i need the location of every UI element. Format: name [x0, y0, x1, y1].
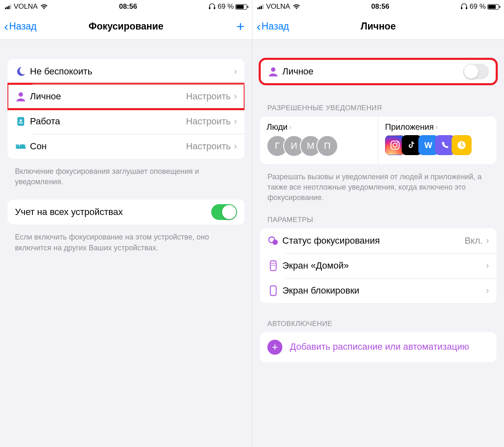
row-detail: Вкл.: [464, 235, 483, 246]
row-label: Статус фокусирования: [282, 235, 464, 246]
section-header: ПАРАМЕТРЫ: [260, 216, 497, 228]
section-header: РАЗРЕШЕННЫЕ УВЕДОМЛЕНИЯ: [260, 104, 497, 116]
svg-rect-7: [16, 144, 17, 148]
signal-icon: [257, 4, 264, 9]
focus-detail-screen: VOLNA 08:56 69 % ‹ Назад Личное Личное Р…: [252, 0, 504, 447]
add-schedule-row[interactable]: + Добавить расписание или автоматизацию: [260, 332, 497, 362]
battery-pct-label: 69 %: [217, 2, 234, 11]
svg-rect-5: [19, 122, 22, 123]
toggle-label: Личное: [282, 66, 463, 77]
row-label: Сон: [30, 141, 186, 152]
row-label: Не беспокоить: [30, 66, 234, 77]
focus-row-dnd[interactable]: Не беспокоить ›: [7, 59, 245, 84]
focus-toggle[interactable]: [463, 64, 489, 79]
svg-point-2: [19, 92, 23, 97]
apps-column[interactable]: Приложения› W: [378, 116, 497, 164]
person-icon: [267, 66, 279, 77]
clock-label: 08:56: [300, 2, 461, 11]
focus-row-sleep[interactable]: Сон Настроить ›: [7, 134, 245, 159]
people-label: Люди: [267, 122, 288, 132]
chevron-right-icon: ›: [234, 141, 237, 152]
back-button[interactable]: ‹ Назад: [257, 20, 289, 33]
bed-icon: [15, 141, 27, 152]
svg-point-19: [271, 263, 272, 264]
people-column[interactable]: Люди› Г И М П: [260, 116, 378, 164]
row-label: Работа: [30, 116, 186, 127]
svg-point-22: [271, 264, 272, 265]
lock-screen-icon: [267, 285, 279, 296]
status-bar: VOLNA 08:56 69 %: [0, 0, 252, 13]
allowed-notifications-group: Люди› Г И М П Приложения› W: [260, 116, 497, 164]
chevron-right-icon: ›: [234, 66, 237, 77]
share-row[interactable]: Учет на всех устройствах: [7, 200, 245, 225]
battery-pct-label: 69 %: [469, 2, 486, 11]
clock-label: 08:56: [48, 2, 209, 11]
nav-bar: ‹ Назад Фокусирование +: [0, 13, 252, 40]
svg-point-20: [273, 263, 274, 264]
svg-point-8: [17, 144, 20, 146]
chevron-right-icon: ›: [234, 91, 237, 102]
option-focus-status[interactable]: Статус фокусирования Вкл. ›: [260, 228, 497, 253]
people-avatars: Г И М П: [267, 135, 371, 157]
share-label: Учет на всех устройствах: [15, 207, 211, 217]
svg-rect-9: [461, 7, 463, 9]
carrier-label: VOLNA: [14, 2, 38, 11]
headphones-icon: [208, 3, 216, 10]
nav-bar: ‹ Назад Личное: [252, 13, 504, 40]
option-home-screen[interactable]: Экран «Домой» ›: [260, 253, 497, 278]
battery-icon: [235, 4, 247, 10]
chevron-right-icon: ›: [234, 116, 237, 127]
avatar: П: [316, 135, 338, 157]
chevron-left-icon: ‹: [257, 20, 261, 33]
row-label: Экран блокировки: [282, 285, 486, 296]
chevron-left-icon: ‹: [4, 20, 8, 33]
focus-list-screen: VOLNA 08:56 69 % ‹ Назад Фокусирование +…: [0, 0, 252, 447]
focus-row-work[interactable]: Работа Настроить ›: [7, 109, 245, 134]
chevron-right-icon: ›: [289, 123, 292, 131]
svg-point-21: [274, 263, 275, 264]
battery-icon: [487, 4, 499, 10]
moon-icon: [15, 66, 27, 77]
focus-toggle-group: Личное: [260, 59, 497, 84]
group-footer: Если включить фокусирование на этом устр…: [7, 230, 245, 265]
badge-icon: [15, 116, 27, 127]
row-label: Экран «Домой»: [282, 260, 486, 271]
person-icon: [15, 91, 27, 102]
back-button[interactable]: ‹ Назад: [4, 20, 37, 33]
focus-toggle-row[interactable]: Личное: [260, 59, 497, 84]
apps-label: Приложения: [385, 122, 434, 132]
headphones-icon: [460, 3, 468, 10]
group-footer: Включение фокусирования заглушает оповещ…: [7, 164, 245, 200]
automation-group: + Добавить расписание или автоматизацию: [260, 332, 497, 362]
svg-point-23: [273, 264, 274, 265]
group-footer: Разрешать вызовы и уведомления от людей …: [260, 169, 497, 216]
svg-point-11: [271, 67, 276, 72]
app-icons: W: [385, 135, 490, 155]
svg-rect-10: [466, 7, 467, 9]
section-header: АВТОВКЛЮЧЕНИЕ: [260, 320, 497, 332]
app-icon-clock: [452, 135, 472, 155]
share-toggle[interactable]: [211, 204, 237, 220]
chevron-right-icon: ›: [486, 235, 489, 246]
row-label: Личное: [30, 91, 186, 102]
svg-point-14: [397, 142, 398, 143]
signal-icon: [5, 4, 11, 9]
carrier-label: VOLNA: [266, 2, 290, 11]
page-title: Фокусирование: [0, 21, 252, 32]
plus-icon: +: [267, 340, 282, 355]
row-detail: Настроить: [186, 91, 231, 102]
add-button[interactable]: +: [236, 18, 248, 35]
svg-rect-1: [214, 7, 215, 9]
svg-point-24: [274, 264, 275, 265]
share-group: Учет на всех устройствах: [7, 200, 245, 225]
page-title: Личное: [252, 21, 504, 32]
svg-point-17: [272, 240, 278, 245]
options-group: Статус фокусирования Вкл. › Экран «Домой…: [260, 228, 497, 303]
focus-row-personal[interactable]: Личное Настроить ›: [7, 84, 245, 109]
status-icon: [267, 235, 279, 247]
option-lock-screen[interactable]: Экран блокировки ›: [260, 278, 497, 303]
svg-point-13: [393, 143, 397, 147]
row-detail: Настроить: [186, 141, 231, 152]
back-label: Назад: [9, 21, 37, 32]
status-bar: VOLNA 08:56 69 %: [252, 0, 504, 13]
